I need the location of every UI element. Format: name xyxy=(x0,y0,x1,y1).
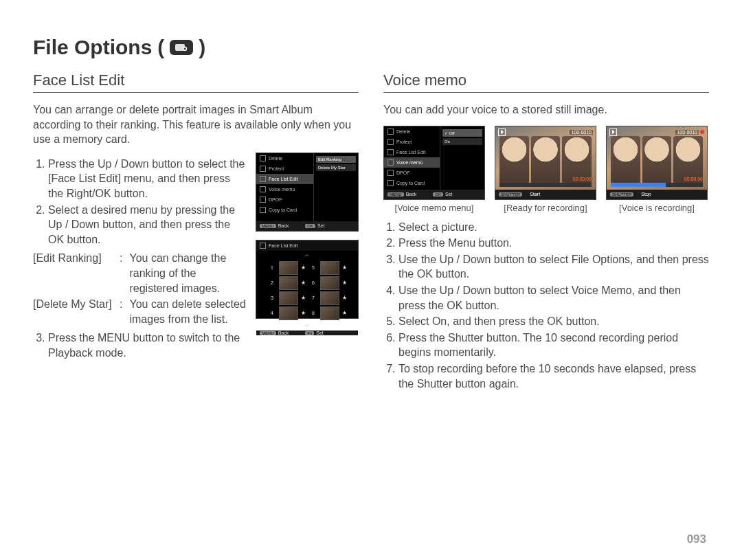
menu-key-icon: MENU xyxy=(260,331,276,335)
square-icon xyxy=(387,128,394,135)
face-thumb xyxy=(320,306,339,320)
square-icon xyxy=(260,197,266,203)
face-grid: 1★ 5★ 2★ 6★ 3★ 7★ 4★ 8★ xyxy=(256,259,358,322)
column-right: Voice memo You can add your voice to a s… xyxy=(383,71,709,392)
right-heading: Voice memo xyxy=(383,71,709,93)
face-thumb xyxy=(320,291,339,305)
face-thumb xyxy=(279,291,298,305)
voice-memo-screenshots: Delete Protect Face List Edit Voice memo… xyxy=(383,126,709,213)
fn-key-icon: Fn xyxy=(305,331,314,335)
star-icon: ★ xyxy=(341,310,348,316)
definition-term: [Delete My Star] xyxy=(33,297,115,326)
square-icon xyxy=(260,207,266,213)
progress-bar xyxy=(611,183,703,187)
right-intro: You can add your voice to a stored still… xyxy=(383,102,709,117)
shutter-key-icon: SHUTTER xyxy=(610,192,633,197)
chevron-down-icon: ﹀ xyxy=(304,322,310,330)
voice-memo-recording-screenshot: 100-0010 00:00:06 SHUTTERStop xyxy=(606,126,708,200)
person-thumb xyxy=(499,136,529,184)
left-steps: Press the Up / Down button to select the… xyxy=(33,157,246,247)
right-step: Press the Shutter button. The 10 second … xyxy=(398,331,709,360)
submenu-item: Edit Ranking xyxy=(316,156,356,163)
menu-key-icon: MENU xyxy=(260,224,276,228)
face-thumb xyxy=(279,276,298,290)
star-icon: ★ xyxy=(341,265,348,271)
left-heading: Face List Edit xyxy=(33,71,359,93)
left-step: Press the MENU button to switch to the P… xyxy=(48,331,246,360)
person-thumb xyxy=(531,136,561,184)
column-left: Face List Edit You can arrange or delete… xyxy=(33,71,359,392)
left-steps-cont: Press the MENU button to switch to the P… xyxy=(33,331,246,360)
square-icon xyxy=(260,186,266,192)
menu-item: Voice memo xyxy=(256,184,313,194)
right-step: Use the Up / Down button to select File … xyxy=(398,252,709,282)
play-icon xyxy=(498,128,506,136)
star-icon: ★ xyxy=(300,265,306,271)
chevron-up-icon: ︿ xyxy=(304,251,310,258)
menu-item: Protect xyxy=(256,164,313,174)
submenu-item-selected: Off xyxy=(442,129,482,137)
play-icon xyxy=(609,128,617,136)
camera-menu-footer: MENUBack OKSet xyxy=(256,221,358,231)
page-title: File Options ( ) xyxy=(33,36,709,59)
person-thumb xyxy=(611,136,640,184)
timecode: 00:00:06 xyxy=(684,177,703,181)
page-number: 093 xyxy=(687,533,706,546)
square-icon xyxy=(260,243,266,249)
square-icon xyxy=(387,180,394,186)
menu-item: Copy to Card xyxy=(256,205,313,215)
definition-term: [Edit Ranking] xyxy=(33,251,115,295)
face-thumb xyxy=(279,306,298,320)
manual-page: File Options ( ) Face List Edit You can … xyxy=(0,0,742,560)
definition-desc: You can change the ranking of the regist… xyxy=(129,251,246,295)
ok-key-icon: OK xyxy=(305,224,315,228)
camera-face-grid-screenshot: Face List Edit ︿ 1★ 5★ 2★ 6★ 3★ 7★ 4★ 8★ xyxy=(256,240,359,319)
camera-grid-footer: MENUBack FnSet xyxy=(256,331,358,335)
screenshot-caption: [Ready for recording] xyxy=(504,203,587,213)
menu-item: DPOF xyxy=(256,194,313,205)
definition-row: [Delete My Star] : You can delete select… xyxy=(33,297,246,326)
square-icon xyxy=(260,166,266,172)
right-step: Select On, and then press the OK button. xyxy=(398,314,709,329)
camera-menu-list: Delete Protect Face List Edit Voice memo… xyxy=(256,153,314,221)
square-icon xyxy=(387,170,394,176)
square-icon xyxy=(387,159,394,166)
camera-menu-screenshot: Delete Protect Face List Edit Voice memo… xyxy=(256,153,359,232)
person-thumb xyxy=(642,136,672,184)
shutter-key-icon: SHUTTER xyxy=(499,192,522,197)
screenshot-caption: [Voice memo menu] xyxy=(395,203,474,213)
file-counter: 100-0010 xyxy=(570,130,593,135)
right-step: To stop recording before the 10 seconds … xyxy=(398,361,709,391)
definition-row: [Edit Ranking] : You can change the rank… xyxy=(33,251,246,295)
left-step: Press the Up / Down button to select the… xyxy=(48,157,246,201)
left-intro: You can arrange or delete portrait image… xyxy=(33,102,359,147)
definition-desc: You can delete selected images from the … xyxy=(129,297,246,326)
left-definitions: [Edit Ranking] : You can change the rank… xyxy=(33,251,246,326)
square-icon xyxy=(387,139,394,145)
file-counter: 100-0010 xyxy=(675,130,699,135)
left-step: Select a desired menu by pressing the Up… xyxy=(48,203,246,247)
square-icon xyxy=(260,176,266,182)
screenshot-caption: [Voice is recording] xyxy=(619,203,695,213)
square-icon xyxy=(260,155,266,161)
face-thumb xyxy=(279,261,298,275)
voice-memo-ready-screenshot: 100-0010 00:00:00 SHUTTERStart xyxy=(495,126,596,200)
star-icon: ★ xyxy=(341,295,348,301)
submenu-item: Delete My Star xyxy=(316,164,356,171)
left-steps-and-defs: Press the Up / Down button to select the… xyxy=(33,153,246,362)
right-steps: Select a picture. Press the Menu button.… xyxy=(383,220,709,392)
right-step: Select a picture. xyxy=(398,220,709,235)
record-icon xyxy=(700,130,704,134)
submenu-item: On xyxy=(442,138,482,145)
svg-point-2 xyxy=(184,48,186,50)
progress-bar xyxy=(499,183,592,187)
voice-memo-menu-screenshot: Delete Protect Face List Edit Voice memo… xyxy=(383,126,485,200)
file-options-icon xyxy=(170,40,193,55)
square-icon xyxy=(387,149,394,155)
page-title-text: File Options xyxy=(33,36,152,59)
star-icon: ★ xyxy=(300,280,306,286)
face-thumb xyxy=(320,261,339,275)
menu-item: Delete xyxy=(256,153,313,164)
camera-submenu: Edit Ranking Delete My Star xyxy=(314,153,358,221)
menu-item-selected: Face List Edit xyxy=(256,174,313,184)
